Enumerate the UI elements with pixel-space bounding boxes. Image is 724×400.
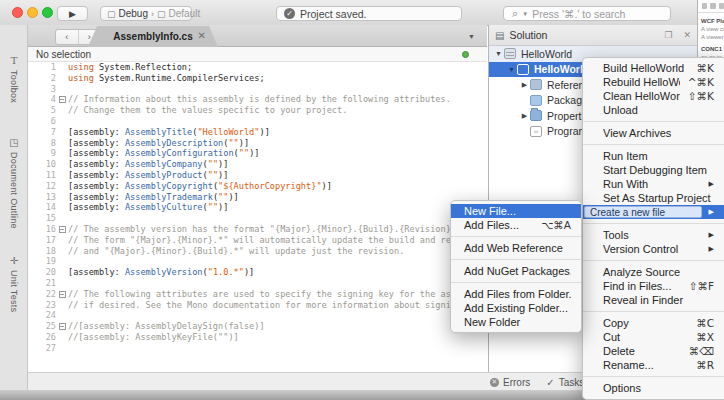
code-segment: [assembly: [68,148,125,158]
build-configuration-selector[interactable]: ▢ Debug › ▢ Default [100,6,192,21]
expander-icon[interactable]: ▼ [493,50,504,57]
menu-item-add-existing-folder[interactable]: Add Existing Folder... [451,301,581,315]
sidebar-tab-document-outline[interactable]: ◳Document Outline [0,137,28,229]
search-scope-chevron-icon: ▼ [522,11,528,17]
code-text: [assembly: AssemblyTrademark("")] [68,192,239,203]
fold-marker-icon[interactable] [59,96,66,103]
menu-item-run-item[interactable]: Run Item [583,149,724,163]
code-line: 3 [28,84,487,95]
menu-item-clean-helloworld[interactable]: Clean HelloWorld⇧⌘K [583,89,724,103]
menu-item-copy[interactable]: Copy⌘C [583,316,724,330]
fold-marker-icon[interactable] [59,291,66,298]
line-number: 2 [28,73,56,84]
menu-item-analyze-source[interactable]: Analyze Source [583,265,724,279]
code-text: [assembly: AssemblyVersion("1.0.*")] [68,267,254,278]
status-tasks[interactable]: ✓Tasks [546,377,584,388]
fold-marker-icon[interactable] [59,226,66,233]
menu-item-label: New Folder [464,316,571,328]
menu-item-shortcut: ⌘⌫ [689,345,714,357]
sidebar-tab-toolbox[interactable]: TToolbox [0,55,28,103]
menu-item-label: Add Existing Folder... [464,302,571,314]
expander-icon[interactable]: ▼ [506,66,517,73]
code-segment: // The form "{Major}.{Minor}.*" will aut… [68,235,482,245]
tab-assemblyinfo[interactable]: AssemblyInfo.cs ✕ [88,26,218,47]
menu-item-run-with[interactable]: Run With▶ [583,177,724,191]
menu-separator [583,376,724,377]
code-segment: //[assembly: AssemblyDelaySign(false)] [68,321,265,331]
tab-list-chevron-icon[interactable]: ▼ [468,33,475,40]
expander-icon[interactable]: ▶ [519,81,530,89]
code-segment: [assembly: [68,127,125,137]
dock-pad-icon[interactable]: ❐ [664,30,672,40]
code-segment: using [68,62,94,72]
menu-item-options[interactable]: Options [583,381,724,395]
run-button[interactable]: ▶ [57,6,88,21]
line-number: 22 [28,289,56,300]
panel-icon [710,3,715,9]
minimize-window-button[interactable] [27,7,38,18]
menu-item-reveal-in-finder[interactable]: Reveal in Finder [583,293,724,307]
status-errors[interactable]: ✕Errors [490,377,530,388]
tree-item-label: HelloWorld [534,63,589,75]
fold-margin [56,235,68,246]
menu-item-add-files-from-folder[interactable]: Add Files from Folder... [451,287,581,301]
unit-tests-icon: ✛ [10,255,18,266]
submenu-arrow-icon: ▶ [709,208,714,216]
line-number: 9 [28,148,56,159]
fold-margin [56,289,68,300]
menu-item-version-control[interactable]: Version Control▶ [583,242,724,256]
menu-item-view-archives[interactable]: View Archives [583,126,724,140]
code-line: 12[assembly: AssemblyCopyright("${Author… [28,181,487,192]
tab-close-icon[interactable]: ✕ [198,30,206,41]
menu-item-rebuild-helloworld[interactable]: Rebuild HelloWorld^⌘K [583,75,724,89]
global-search-input[interactable]: ⌕ ▼ Press '⌘.' to search [503,6,671,21]
line-number: 23 [28,300,56,311]
code-line: 19 [28,256,487,267]
menu-item-start-debugging-item[interactable]: Start Debugging Item [583,163,724,177]
menu-item-add-files[interactable]: Add Files...⌥⌘A [451,218,581,232]
fold-margin [56,148,68,159]
code-line: 6 [28,116,487,127]
code-segment: "" [208,170,218,180]
code-segment: AssemblyTrademark [125,192,213,202]
menu-item-label: Add Web Reference [464,242,571,254]
menu-separator [583,144,724,145]
menu-item-unload[interactable]: Unload [583,103,724,117]
code-line: 11[assembly: AssemblyProduct("")] [28,170,487,181]
code-text: [assembly: AssemblyProduct("")] [68,170,228,181]
add-submenu: New File...Add Files...⌥⌘AAdd Web Refere… [450,200,582,333]
menu-item-add-web-reference[interactable]: Add Web Reference [451,241,581,255]
code-editor[interactable]: 1using System.Reflection;2using System.R… [28,62,487,372]
fold-margin [56,300,68,311]
code-line: 20[assembly: AssemblyVersion("1.0.*")] [28,267,487,278]
fold-margin [56,116,68,127]
menu-item-new-folder[interactable]: New Folder [451,315,581,329]
menu-item-rename[interactable]: Rename...⌘R [583,358,724,372]
code-text: // The assembly version has the format "… [68,224,461,235]
menu-item-delete[interactable]: Delete⌘⌫ [583,344,724,358]
menu-item-set-as-startup-project[interactable]: Set As Startup Project [583,191,724,205]
menu-item-build-helloworld[interactable]: Build HelloWorld⌘K [583,61,724,75]
check-icon: ✓ [546,377,554,388]
menu-item-tools[interactable]: Tools▶ [583,228,724,242]
menu-item-cut[interactable]: Cut⌘X [583,330,724,344]
navigate-back-button[interactable]: ‹ [56,30,79,44]
code-text: // The following attributes are used to … [68,289,487,300]
expander-icon[interactable]: ▶ [519,112,530,120]
main-toolbar: ▶ ▢ Debug › ▢ Default ✓ Project saved. ⌕… [0,0,724,26]
menu-item-new-file[interactable]: New File... [451,204,581,218]
fold-marker-icon[interactable] [59,323,66,330]
menu-item-add-nuget-packages[interactable]: Add NuGet Packages... [451,264,581,278]
menu-item-add[interactable]: Add▶Create a new file [583,205,724,219]
code-line: 22// The following attributes are used t… [28,289,487,300]
close-window-button[interactable] [12,7,23,18]
configuration-icon: ▢ [107,9,116,19]
zoom-window-button[interactable] [42,7,53,18]
fold-margin [56,181,68,192]
menu-item-label: Options [603,382,714,394]
menu-item-find-in-files[interactable]: Find in Files...⇧⌘F [583,279,724,293]
line-number: 17 [28,235,56,246]
close-pad-icon[interactable]: ✕ [683,30,691,40]
fold-margin [56,267,68,278]
sidebar-tab-unit-tests[interactable]: ✛Unit Tests [0,255,28,312]
